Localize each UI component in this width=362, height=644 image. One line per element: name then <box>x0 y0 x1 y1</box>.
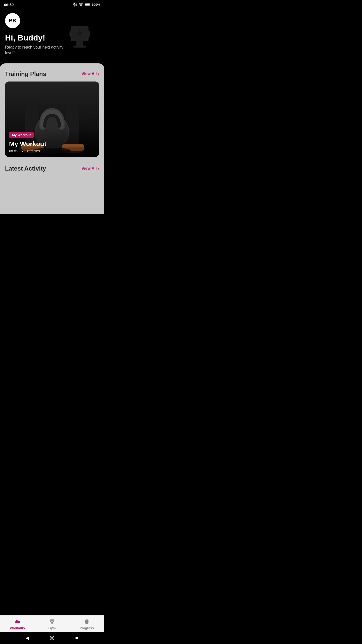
workout-card-meta: 68 cal • 7 Exercises <box>9 149 95 153</box>
training-plans-view-all[interactable]: View All › <box>81 72 99 76</box>
svg-point-0 <box>81 6 81 7</box>
mute-icon <box>73 2 77 7</box>
wifi-icon <box>79 2 83 7</box>
battery-percent: 100% <box>92 3 100 7</box>
workout-card[interactable]: My Workout My Workout 68 cal • 7 Exercis… <box>5 82 99 157</box>
main-content: Training Plans View All › <box>0 63 104 214</box>
workout-card-title: My Workout <box>9 140 95 148</box>
view-all-chevron-icon: › <box>98 72 99 76</box>
latest-activity-view-all[interactable]: View All › <box>81 166 99 171</box>
battery-icon <box>85 3 90 6</box>
latest-activity-section: Latest Activity View All › <box>5 165 99 172</box>
svg-rect-5 <box>76 41 83 46</box>
latest-activity-chevron-icon: › <box>98 166 99 171</box>
avatar-initials: BB <box>9 18 16 24</box>
training-plans-title: Training Plans <box>5 70 46 77</box>
trophy-icon <box>69 24 99 54</box>
avatar: BB <box>5 13 20 28</box>
greeting-subtitle: Ready to reach your next activity level? <box>5 45 73 56</box>
svg-rect-2 <box>85 4 89 6</box>
training-plans-header: Training Plans View All › <box>5 70 99 77</box>
svg-rect-6 <box>73 46 86 48</box>
status-bar: 06:50 100% <box>0 0 104 9</box>
status-time: 06:50 <box>4 3 14 7</box>
latest-activity-title: Latest Activity <box>5 165 46 172</box>
workout-badge: My Workout <box>9 132 34 138</box>
hero-section: BB Hi, Buddy! Ready to reach your next a… <box>0 9 104 63</box>
svg-rect-3 <box>89 4 90 5</box>
status-icons: 100% <box>73 2 100 7</box>
workout-card-overlay: My Workout My Workout 68 cal • 7 Exercis… <box>5 128 99 157</box>
latest-activity-header: Latest Activity View All › <box>5 165 99 172</box>
